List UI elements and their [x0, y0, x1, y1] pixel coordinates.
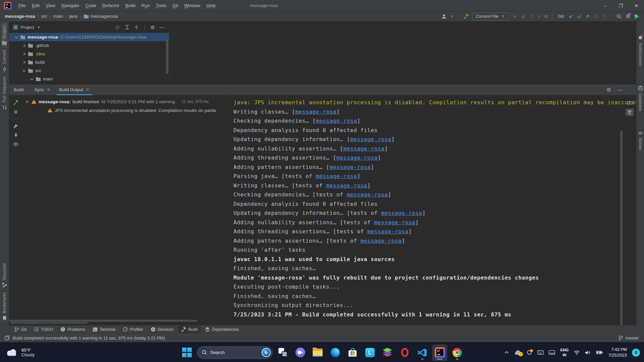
- search-icon[interactable]: [616, 14, 622, 19]
- menu-refactor[interactable]: Refactor: [99, 3, 122, 8]
- close-icon[interactable]: ✕: [629, 0, 644, 11]
- toolwindow-button-problems[interactable]: Problems: [57, 326, 88, 333]
- chevron-expanded-icon[interactable]: [14, 36, 19, 39]
- console-module-link[interactable]: message-rosa: [330, 164, 371, 170]
- console-module-link[interactable]: message-rosa: [343, 145, 384, 152]
- console-module-link[interactable]: message-rosa: [367, 228, 409, 235]
- console-hscrollbar[interactable]: [9, 320, 197, 322]
- breadcrumb-item[interactable]: src: [41, 14, 47, 19]
- maximize-icon[interactable]: ❐: [613, 0, 629, 11]
- tree-node-src[interactable]: src: [9, 66, 169, 75]
- tree-node-build[interactable]: build: [9, 58, 169, 66]
- build-warning-row[interactable]: JPS incremental annotation processing is…: [22, 106, 228, 115]
- profiler-icon[interactable]: [529, 14, 534, 19]
- menu-edit[interactable]: Edit: [29, 3, 43, 8]
- window-switcher-icon[interactable]: [5, 336, 9, 340]
- menu-tools[interactable]: Tools: [153, 3, 170, 8]
- chrome-button[interactable]: [450, 345, 465, 361]
- touchpad-icon[interactable]: [549, 350, 555, 355]
- volume-icon[interactable]: [585, 350, 591, 355]
- menu-navigate[interactable]: Navigate: [58, 3, 82, 8]
- console-module-link[interactable]: message-rosa: [336, 155, 378, 161]
- history-icon[interactable]: [594, 14, 598, 19]
- breadcrumb-item[interactable]: java: [69, 14, 77, 19]
- console-module-link[interactable]: message-rosa: [347, 191, 388, 198]
- menu-help[interactable]: Help: [203, 3, 219, 8]
- sidebar-item-structure[interactable]: Structure: [2, 261, 7, 290]
- tree-node-idea[interactable]: .idea: [9, 50, 169, 58]
- wrench-icon[interactable]: [13, 124, 18, 128]
- chevron-up-icon[interactable]: [504, 351, 509, 354]
- chevron-collapsed-icon[interactable]: [21, 44, 27, 48]
- vscode-button[interactable]: [415, 345, 430, 361]
- build-tree-hscrollbar[interactable]: [10, 322, 88, 324]
- console-vscrollbar[interactable]: [620, 131, 623, 325]
- debug-icon[interactable]: [521, 14, 526, 19]
- chevron-collapsed-icon[interactable]: [21, 52, 27, 56]
- console-module-link[interactable]: message-rosa: [316, 173, 357, 179]
- touch-keyboard-icon[interactable]: [537, 350, 544, 355]
- toolwindow-button-terminal[interactable]: Terminal: [90, 326, 118, 333]
- chevron-down-icon[interactable]: ▼: [37, 25, 40, 29]
- edge-button[interactable]: [328, 345, 342, 361]
- pin-icon[interactable]: [14, 133, 18, 138]
- menu-git[interactable]: Git: [169, 3, 181, 8]
- locate-icon[interactable]: [115, 25, 120, 30]
- taskbar-clock[interactable]: 7:43 PM7/25/2023: [608, 347, 627, 358]
- sidebar-item-pull-requests[interactable]: Pull Requests: [2, 74, 7, 112]
- hammer-green-icon[interactable]: [13, 100, 18, 105]
- breadcrumb-item[interactable]: main: [53, 14, 63, 19]
- battery-icon[interactable]: [596, 351, 603, 354]
- console-module-link[interactable]: message-rosa: [316, 118, 357, 124]
- sync-icon[interactable]: [527, 350, 532, 355]
- git-update-icon[interactable]: [569, 14, 573, 19]
- hide-icon[interactable]: —: [160, 25, 164, 29]
- rollback-icon[interactable]: [602, 14, 607, 19]
- toolwindow-button-profiler[interactable]: Profiler: [120, 326, 146, 333]
- ide-promo-icon[interactable]: [634, 13, 640, 19]
- store-button[interactable]: [345, 345, 360, 361]
- sidebar-item-notifications[interactable]: Notifications: [637, 33, 644, 68]
- build-root-row[interactable]: message-rosa: build finished At 7/25/202…: [22, 97, 228, 106]
- toolwindow-button-services[interactable]: Services: [148, 326, 177, 333]
- toolwindow-button-todo[interactable]: TODO: [31, 326, 56, 333]
- project-view-selector[interactable]: Project: [20, 25, 34, 30]
- settings-gear-icon[interactable]: ⚙: [626, 14, 630, 19]
- tab-sync[interactable]: Sync✕: [30, 84, 55, 95]
- chevron-down-icon[interactable]: ▼: [538, 15, 541, 18]
- sidebar-item-project[interactable]: Project: [2, 23, 7, 47]
- console-module-link[interactable]: message-rosa: [350, 136, 391, 142]
- menu-build[interactable]: Build: [122, 3, 139, 8]
- build-hammer-icon[interactable]: [463, 14, 469, 19]
- menu-file[interactable]: File: [15, 3, 29, 8]
- toolwindow-button-build[interactable]: Build: [178, 326, 201, 333]
- language-indicator[interactable]: ENGIN: [560, 348, 569, 357]
- chat-button[interactable]: [293, 345, 308, 361]
- toolwindow-button-dependencies[interactable]: Dependencies: [202, 326, 242, 333]
- collapse-all-icon[interactable]: [134, 25, 139, 29]
- sidebar-item-maven[interactable]: mMaven: [637, 128, 644, 153]
- stop-icon[interactable]: [14, 110, 18, 114]
- menu-window[interactable]: Window: [181, 3, 203, 8]
- console-module-link[interactable]: message-rosa: [381, 210, 422, 216]
- ldplayer-button[interactable]: L: [363, 345, 377, 361]
- onedrive-icon[interactable]: !: [514, 350, 522, 355]
- hide-panel-icon[interactable]: —: [618, 87, 623, 92]
- minimize-icon[interactable]: –: [598, 0, 613, 11]
- menu-view[interactable]: View: [43, 3, 58, 8]
- menu-code[interactable]: Code: [82, 3, 99, 8]
- tree-node-message-rosa[interactable]: message-rosaC:\Users\LENOVO\Desktop\mess…: [9, 33, 169, 41]
- file-explorer-button[interactable]: [310, 345, 325, 361]
- bing-icon[interactable]: b: [262, 348, 271, 357]
- chevron-expanded-icon[interactable]: [25, 100, 29, 103]
- intellij-button[interactable]: IJ: [432, 345, 447, 361]
- sidebar-item-commit[interactable]: Commit: [2, 47, 7, 74]
- user-icon[interactable]: [441, 14, 447, 19]
- notification-count-badge[interactable]: 4: [632, 349, 640, 357]
- chevron-expanded-icon[interactable]: [29, 77, 35, 81]
- close-icon[interactable]: ✕: [86, 87, 90, 92]
- eye-icon[interactable]: [13, 142, 18, 146]
- breadcrumb-item[interactable]: messagerosa: [84, 14, 118, 19]
- run-icon[interactable]: [513, 14, 517, 19]
- console-module-link[interactable]: message-rosa: [374, 219, 416, 226]
